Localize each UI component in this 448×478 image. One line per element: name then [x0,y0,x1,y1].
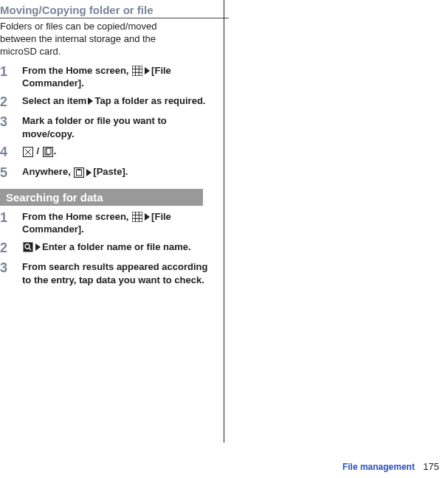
step-1-4: 4 / . [0,145,214,161]
step-num: 1 [0,64,22,80]
step-pre: From the Home screen, [22,65,131,76]
triangle-icon [35,243,41,251]
footer-category: File management [342,462,415,472]
step-num: 5 [0,165,22,181]
svg-rect-10 [46,148,51,154]
step-1-1: 1 From the Home screen, [File Commander]… [0,64,214,90]
step-pre: Anywhere, [22,166,73,177]
step-num: 3 [0,114,22,131]
step-pre: Select an item [22,95,86,106]
apps-icon [132,66,142,76]
step-num: 2 [0,94,22,111]
step-2-1: 1 From the Home screen, [File Commander]… [0,210,214,236]
step-post: [Paste]. [93,166,128,177]
section-title-moving: Moving/Copying folder or file [0,4,229,18]
copy-icon [43,147,53,157]
footer-page: 175 [423,461,439,472]
triangle-icon [145,213,150,221]
step-num: 3 [0,260,22,277]
step-pre: From the Home screen, [22,211,131,222]
svg-rect-13 [77,169,80,170]
paste-icon [74,167,84,178]
step-post: . [54,145,57,156]
search-icon [23,242,33,252]
step-1-2: 2 Select an itemTap a folder as required… [0,94,214,111]
section-banner-searching: Searching for data [0,189,203,206]
step-1-3: 3 Mark a folder or file you want to move… [0,114,214,140]
step-1-5: 5 Anywhere, [Paste]. [0,165,214,181]
step-post: Tap a folder as required. [94,95,205,106]
triangle-icon [86,169,92,176]
svg-rect-14 [132,212,142,222]
step-text: Mark a folder or file you want to move/c… [22,114,214,140]
apps-icon [132,212,142,222]
triangle-icon [88,97,93,105]
svg-rect-0 [132,66,142,76]
step-2-3: 3 From search results appeared according… [0,260,214,286]
intro-text: Folders or files can be copied/moved bet… [0,21,192,58]
svg-rect-19 [24,243,33,252]
step-post: Enter a folder name or file name. [42,241,191,252]
step-2-2: 2 Enter a folder name or file name. [0,240,214,257]
column-divider [224,0,224,443]
step-num: 4 [0,145,22,161]
footer: File management 175 [342,461,439,472]
cut-icon [23,147,33,157]
triangle-icon [145,67,150,75]
step-num: 1 [0,210,22,226]
svg-rect-12 [77,170,82,176]
step-text: From search results appeared according t… [22,260,214,286]
step-num: 2 [0,240,22,257]
